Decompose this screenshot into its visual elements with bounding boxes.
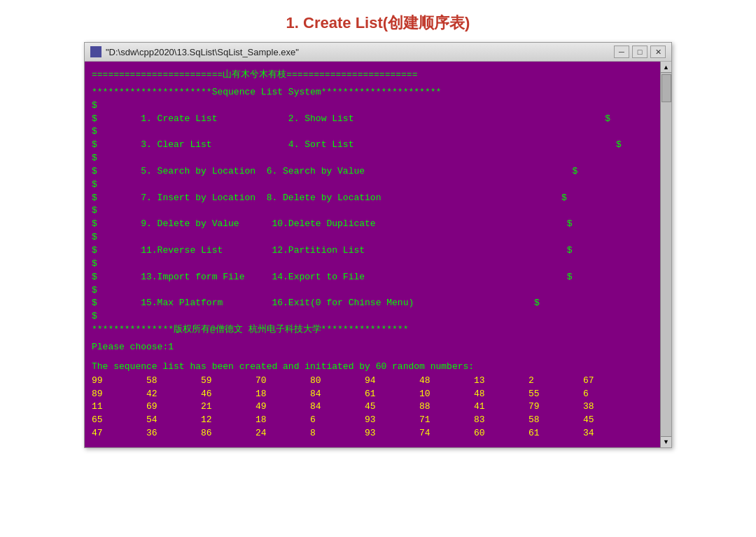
menu-dollar-8: $ $ [92,284,647,298]
scrollbar-up-button[interactable]: ▲ [661,62,671,73]
menu-row-1: $ 1. Create List 2. Show List $ [92,113,647,126]
footer-text: ***************版权所有@僧德文 杭州电子科技大学********… [92,323,647,337]
scrollbar-down-button[interactable]: ▼ [661,436,671,447]
window-icon [90,46,102,57]
divider-top: ========================山有木兮木有枝=========… [92,69,647,82]
menu-dollar-1: $ $ [92,99,647,113]
created-message: The sequence list has been created and i… [92,361,661,372]
number-row-2: 11 69 21 49 84 45 88 41 79 38 [92,400,661,414]
number-row-1: 89 42 46 18 84 61 10 48 55 6 [92,388,661,401]
scrollbar[interactable]: ▲ ▼ [660,62,671,447]
prompt-line: Please choose:1 [92,341,647,354]
menu-dollar-9: $ $ [92,310,647,323]
console-area: ▲ ▼ ========================山有木兮木有枝=====… [85,62,671,447]
menu-dollar-7: $ $ [92,258,647,271]
minimize-button[interactable]: ─ [614,46,629,58]
menu-row-5: $ 9. Delete by Value 10.Delete Duplicate… [92,218,647,231]
number-row-4: 47 36 86 24 8 93 74 60 61 34 [92,427,661,440]
menu-dollar-5: $ $ [92,204,647,218]
number-grid: 99 58 59 70 80 94 48 13 2 67 89 42 46 18… [92,375,661,440]
menu-row-7: $ 13.Import form File 14.Export to File … [92,271,647,284]
menu-dollar-3: $ $ [92,152,647,165]
title-bar-left: "D:\sdw\cpp2020\13.SqList\SqList_Sample.… [90,46,299,57]
menu-row-3: $ 5. Search by Location 6. Search by Val… [92,165,647,179]
scrollbar-thumb[interactable] [662,74,671,102]
menu-row-4: $ 7. Insert by Location 8. Delete by Loc… [92,192,647,205]
menu-header: **********************Sequence List Syst… [92,86,647,99]
page-title: 1. Create List(创建顺序表) [0,0,756,42]
menu-dollar-6: $ $ [92,231,647,244]
number-row-3: 65 54 12 18 6 93 71 83 58 45 [92,414,661,427]
menu-row-6: $ 11.Reverse List 12.Partition List $ [92,244,647,258]
window-title: "D:\sdw\cpp2020\13.SqList\SqList_Sample.… [106,47,299,57]
number-row-0: 99 58 59 70 80 94 48 13 2 67 [92,375,661,388]
console-text: ========================山有木兮木有枝=========… [92,69,661,358]
menu-dollar-2: $ $ [92,125,647,139]
close-button[interactable]: ✕ [650,46,666,58]
menu-dollar-4: $ $ [92,179,647,192]
window-wrapper: "D:\sdw\cpp2020\13.SqList\SqList_Sample.… [84,42,672,448]
title-bar-controls: ─ □ ✕ [614,46,666,58]
restore-button[interactable]: □ [632,46,648,58]
menu-row-8: $ 15.Max Platform 16.Exit(0 for Chinse M… [92,297,647,310]
console-window: "D:\sdw\cpp2020\13.SqList\SqList_Sample.… [84,42,672,448]
title-bar: "D:\sdw\cpp2020\13.SqList\SqList_Sample.… [85,43,671,62]
menu-row-2: $ 3. Clear List 4. Sort List $ [92,139,647,152]
